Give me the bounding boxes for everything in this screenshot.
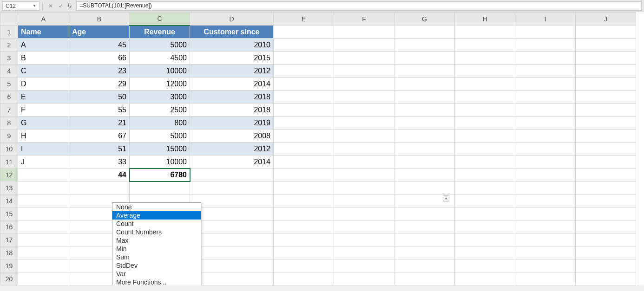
cell[interactable]: 67 [69, 129, 130, 142]
cell[interactable] [18, 168, 69, 181]
cell[interactable] [455, 142, 515, 155]
cell[interactable] [334, 78, 394, 91]
cell[interactable]: 5000 [130, 39, 190, 52]
cell[interactable] [274, 52, 334, 65]
selected-cell[interactable]: 6780 [130, 168, 190, 181]
cell[interactable] [18, 246, 69, 259]
cell[interactable] [190, 233, 274, 246]
cell[interactable] [515, 155, 576, 168]
cancel-icon[interactable]: ✕ [46, 3, 56, 9]
cell[interactable] [190, 259, 274, 272]
cell[interactable] [515, 194, 576, 207]
cell[interactable] [69, 181, 130, 194]
cell[interactable]: 15000 [130, 142, 190, 155]
cell[interactable] [455, 272, 515, 285]
cell[interactable] [515, 246, 576, 259]
col-header-i[interactable]: I [515, 13, 576, 26]
cell[interactable]: 12000 [130, 78, 190, 91]
subtotal-dropdown-button[interactable]: ▼ [443, 195, 449, 201]
cell[interactable] [274, 39, 334, 52]
menu-item-average[interactable]: Average [112, 211, 201, 220]
row-header-20[interactable]: 20 [0, 272, 18, 285]
cell[interactable] [334, 272, 394, 285]
cell[interactable]: Age [69, 26, 130, 39]
cell[interactable]: F [18, 103, 69, 116]
cell[interactable] [394, 233, 455, 246]
cell[interactable] [394, 52, 455, 65]
cell[interactable] [274, 142, 334, 155]
cell[interactable]: D [18, 78, 69, 91]
cell[interactable] [190, 168, 274, 181]
row-header-15[interactable]: 15 [0, 207, 18, 220]
cell[interactable] [455, 103, 515, 116]
cell[interactable]: 2018 [190, 103, 274, 116]
fx-label[interactable]: fx [66, 2, 73, 9]
cell[interactable] [18, 259, 69, 272]
confirm-icon[interactable]: ✓ [56, 3, 66, 9]
cell[interactable] [18, 207, 69, 220]
row-header-7[interactable]: 7 [0, 103, 18, 116]
cell[interactable] [334, 246, 394, 259]
row-header-4[interactable]: 4 [0, 65, 18, 78]
cell[interactable] [576, 65, 636, 78]
cell[interactable]: B [18, 52, 69, 65]
cell[interactable] [455, 246, 515, 259]
cell[interactable] [334, 194, 394, 207]
cell[interactable]: 2014 [190, 78, 274, 91]
cell[interactable] [515, 207, 576, 220]
cell[interactable] [576, 91, 636, 103]
cell[interactable] [515, 116, 576, 129]
cell[interactable]: Customer since [190, 26, 274, 39]
cell[interactable] [576, 259, 636, 272]
cell[interactable] [515, 142, 576, 155]
cell[interactable] [515, 103, 576, 116]
cell[interactable] [455, 194, 515, 207]
cell[interactable] [576, 78, 636, 91]
row-header-5[interactable]: 5 [0, 78, 18, 91]
cell[interactable] [455, 233, 515, 246]
cell[interactable] [274, 233, 334, 246]
cell[interactable] [394, 129, 455, 142]
cell[interactable] [515, 220, 576, 233]
cell[interactable]: A [18, 39, 69, 52]
cell[interactable] [394, 142, 455, 155]
cell[interactable] [334, 129, 394, 142]
cell[interactable] [394, 65, 455, 78]
row-header-17[interactable]: 17 [0, 233, 18, 246]
cell[interactable] [18, 272, 69, 285]
cell[interactable]: 2500 [130, 103, 190, 116]
cell[interactable]: Name [18, 26, 69, 39]
cell[interactable] [455, 78, 515, 91]
cell[interactable] [190, 181, 274, 194]
cell[interactable] [334, 91, 394, 103]
cell[interactable] [576, 207, 636, 220]
cell[interactable]: 10000 [130, 65, 190, 78]
cell[interactable]: 50 [69, 91, 130, 103]
cell[interactable] [515, 233, 576, 246]
cell[interactable] [515, 91, 576, 103]
cell[interactable] [190, 194, 274, 207]
cell[interactable] [394, 155, 455, 168]
cell[interactable]: 2018 [190, 91, 274, 103]
cell[interactable] [455, 116, 515, 129]
cell[interactable] [394, 220, 455, 233]
cell[interactable] [394, 78, 455, 91]
cell[interactable] [394, 39, 455, 52]
row-header-14[interactable]: 14 [0, 194, 18, 207]
cell[interactable] [274, 168, 334, 181]
cell[interactable] [274, 103, 334, 116]
cell[interactable]: E [18, 91, 69, 103]
cell[interactable] [190, 246, 274, 259]
cell[interactable] [274, 207, 334, 220]
cell[interactable] [576, 233, 636, 246]
cell[interactable] [394, 26, 455, 39]
col-header-e[interactable]: E [274, 13, 334, 26]
cell[interactable] [274, 78, 334, 91]
row-header-6[interactable]: 6 [0, 91, 18, 103]
menu-item-var[interactable]: Var [112, 270, 201, 278]
cell[interactable] [274, 220, 334, 233]
cell[interactable] [18, 194, 69, 207]
cell[interactable] [394, 168, 455, 181]
col-header-h[interactable]: H [455, 13, 515, 26]
menu-item-count-numbers[interactable]: Count Numbers [112, 228, 201, 236]
